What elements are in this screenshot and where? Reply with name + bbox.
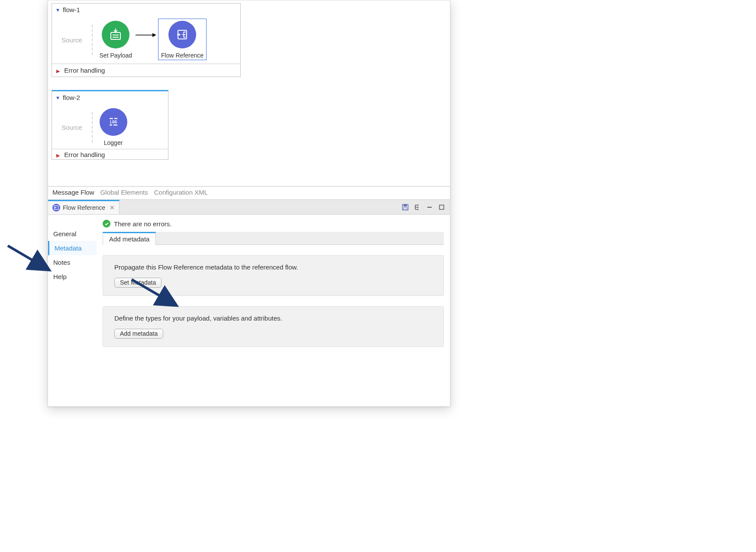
flow-header-flow1[interactable]: ▼ flow-1 [52, 3, 240, 17]
properties-toolbar [401, 200, 450, 214]
properties-main: There are no errors. Add metadata Propag… [97, 215, 450, 356]
sidebar-item-notes[interactable]: Notes [48, 255, 97, 270]
minimize-icon[interactable] [426, 203, 433, 211]
error-handling-row[interactable]: ▶ Error handling [52, 64, 240, 77]
svg-rect-17 [404, 208, 407, 210]
flow-header-flow2[interactable]: ▼ flow-2 [52, 91, 168, 105]
svg-rect-16 [404, 204, 407, 206]
properties-tab-flow-reference[interactable]: Flow Reference ✕ [48, 200, 120, 214]
tab-configuration-xml[interactable]: Configuration XML [154, 189, 208, 196]
source-slot[interactable]: Source [58, 25, 93, 55]
source-slot[interactable]: Source [58, 112, 93, 142]
flow-body: Source Set Payload [52, 17, 240, 64]
tab-message-flow[interactable]: Message Flow [52, 189, 94, 196]
error-handling-row[interactable]: ▶ Error handling [52, 149, 168, 159]
node-logger[interactable]: LOG Logger [100, 108, 127, 146]
svg-text:LOG: LOG [110, 120, 116, 124]
ok-check-icon [103, 220, 110, 228]
tree-icon[interactable] [414, 203, 421, 211]
flow-canvas: ▼ flow-1 Source [48, 0, 450, 186]
status-row: There are no errors. [103, 220, 444, 228]
node-flow-reference[interactable]: Flow Reference [158, 19, 207, 60]
svg-point-18 [417, 204, 419, 205]
canvas-tabs: Message Flow Global Elements Configurati… [48, 186, 450, 199]
define-types-box: Define the types for your payload, varia… [103, 306, 444, 347]
flow-reference-icon [168, 21, 196, 48]
connector-arrow [135, 32, 158, 48]
sidebar-item-metadata[interactable]: Metadata [48, 241, 97, 255]
svg-point-19 [417, 206, 419, 208]
flow-name: flow-2 [63, 94, 80, 101]
metadata-subtabs: Add metadata [103, 232, 444, 245]
propagate-metadata-box: Propagate this Flow Reference metadata t… [103, 255, 444, 296]
properties-sidebar: General Metadata Notes Help [48, 215, 97, 356]
propagate-description: Propagate this Flow Reference metadata t… [114, 263, 432, 271]
sidebar-item-general[interactable]: General [48, 227, 97, 241]
svg-point-20 [417, 209, 419, 210]
flow-reference-mini-icon [52, 204, 60, 212]
flow-name: flow-1 [63, 6, 80, 13]
logger-icon: LOG [100, 108, 127, 136]
add-metadata-button[interactable]: Add metadata [114, 329, 163, 339]
maximize-icon[interactable] [438, 203, 446, 211]
collapse-triangle-icon: ▶ [56, 153, 60, 158]
properties-panel: Flow Reference ✕ [48, 199, 450, 356]
set-payload-icon [102, 21, 129, 48]
flow-container-flow2[interactable]: ▼ flow-2 Source LOG [52, 90, 168, 160]
properties-tabbar: Flow Reference ✕ [48, 200, 450, 215]
flow-container-flow1[interactable]: ▼ flow-1 Source [52, 3, 241, 77]
node-label: Set Payload [100, 52, 132, 59]
set-metadata-button[interactable]: Set Metadata [114, 278, 162, 288]
properties-tab-title: Flow Reference [63, 204, 105, 211]
collapse-triangle-icon: ▶ [56, 68, 60, 74]
node-label: Logger [104, 139, 123, 146]
svg-rect-22 [439, 205, 444, 209]
save-icon[interactable] [401, 203, 409, 211]
expand-triangle-icon: ▼ [55, 7, 60, 13]
subtab-add-metadata[interactable]: Add metadata [103, 232, 156, 245]
svg-line-23 [8, 246, 48, 269]
node-set-payload[interactable]: Set Payload [100, 21, 132, 59]
expand-triangle-icon: ▼ [55, 95, 60, 100]
svg-rect-1 [111, 32, 120, 39]
close-icon[interactable]: ✕ [110, 204, 115, 211]
application-window: ▼ flow-1 Source [48, 0, 450, 407]
tab-global-elements[interactable]: Global Elements [100, 189, 148, 196]
node-label: Flow Reference [161, 52, 204, 59]
sidebar-item-help[interactable]: Help [48, 270, 97, 284]
properties-body: General Metadata Notes Help There are no… [48, 215, 450, 356]
status-text: There are no errors. [114, 220, 171, 228]
flow-body: Source LOG Logger [52, 105, 168, 149]
define-description: Define the types for your payload, varia… [114, 315, 432, 322]
